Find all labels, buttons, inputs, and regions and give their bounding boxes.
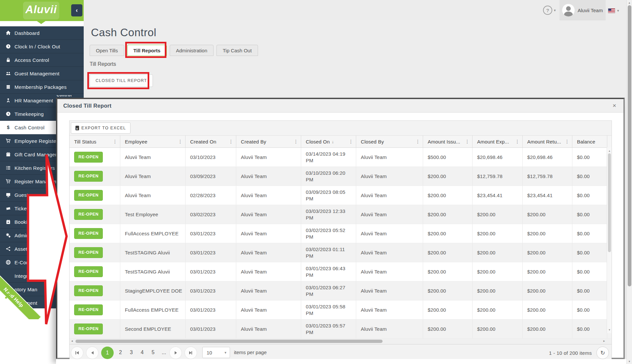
scroll-right-icon[interactable]: ▸ xyxy=(603,339,605,343)
re-open-button[interactable]: RE-OPEN xyxy=(74,171,103,182)
close-icon[interactable]: × xyxy=(613,102,616,109)
column-header-closed_on[interactable]: Closed On↓⋮ xyxy=(301,136,356,147)
column-menu-icon[interactable]: ⋮ xyxy=(465,139,470,144)
first-page-button[interactable] xyxy=(71,347,83,359)
table-row: RE-OPENFullAccess EMPLOYEE03/01/2023Aluv… xyxy=(70,300,612,320)
column-header-amount_returned[interactable]: Amount Retu...⋮ xyxy=(523,136,572,147)
refresh-button[interactable]: ↻ xyxy=(596,347,609,359)
re-open-button[interactable]: RE-OPEN xyxy=(74,266,103,277)
page-number-5[interactable]: 5 xyxy=(148,347,158,358)
re-open-button[interactable]: RE-OPEN xyxy=(74,209,103,220)
table-row: RE-OPENAluvii Team02/28/2023Aluvii Team0… xyxy=(70,186,612,205)
column-header-balance[interactable]: Balance xyxy=(572,136,607,147)
cell-amount_issued: $200.00 xyxy=(423,224,473,243)
sidebar-item-label: Timekeeping xyxy=(14,111,44,117)
language-selector[interactable]: ▾ xyxy=(608,9,619,13)
column-header-employee[interactable]: Employee⋮ xyxy=(120,136,186,147)
sort-desc-icon: ↓ xyxy=(332,139,334,144)
excel-file-icon: x xyxy=(75,126,79,130)
sidebar-item-membership-packages[interactable]: Membership Packages xyxy=(0,80,84,94)
horizontal-scrollbar[interactable]: ◂ ▸ xyxy=(70,339,612,344)
column-menu-icon[interactable]: ⋮ xyxy=(294,139,298,144)
cell-action: RE-OPEN xyxy=(70,300,120,319)
column-menu-icon[interactable]: ⋮ xyxy=(113,139,117,144)
page-size-select[interactable]: 10 ▾ xyxy=(202,347,230,358)
scroll-up-icon[interactable]: ▴ xyxy=(627,1,632,4)
page-number-3[interactable]: 3 xyxy=(126,347,137,358)
last-page-button[interactable] xyxy=(185,347,197,359)
re-open-button[interactable]: RE-OPEN xyxy=(74,247,103,258)
vertical-scrollbar[interactable]: ▴ ▾ xyxy=(607,147,612,333)
tab-till-reports[interactable]: Till Reports xyxy=(127,45,167,56)
table-row: RE-OPENStagingEMPLOYEE DOE03/01/2023Aluv… xyxy=(70,281,612,300)
column-header-created_on[interactable]: Created On⋮ xyxy=(186,136,236,147)
horizontal-scroll-thumb[interactable] xyxy=(75,340,383,343)
sidebar-item-guest-management[interactable]: Guest Management xyxy=(0,67,84,80)
modal-title-bar: Closed Till Report × xyxy=(57,99,623,113)
cell-employee: Aluvii Team xyxy=(120,148,186,167)
page-scroll-thumb[interactable] xyxy=(628,5,631,286)
person-icon xyxy=(4,98,12,103)
re-open-button[interactable]: RE-OPEN xyxy=(74,152,103,163)
table-row: RE-OPENFullAccess EMPLOYEE03/01/2023Aluv… xyxy=(70,224,612,243)
column-header-closed_by[interactable]: Closed By⋮ xyxy=(356,136,423,147)
column-label: Created By xyxy=(241,139,266,144)
cell-amount_expected: $200.00 xyxy=(473,205,523,224)
cell-created_on: 03/10/2023 xyxy=(186,148,236,167)
column-label: Amount Issu... xyxy=(428,139,460,144)
scroll-down-icon[interactable]: ▾ xyxy=(627,360,632,363)
page-scrollbar[interactable]: ▴ ▾ xyxy=(626,0,632,364)
items-per-page-label: items per page xyxy=(234,350,267,355)
sidebar-item-clock-in-clock-out[interactable]: Clock In / Clock Out xyxy=(0,40,84,53)
sidebar-item-access-control[interactable]: Access Control xyxy=(0,53,84,67)
column-header-amount_issued[interactable]: Amount Issu...⋮ xyxy=(423,136,473,147)
cell-amount_returned: $200.00 xyxy=(523,281,572,300)
help-menu[interactable]: ? ▾ xyxy=(543,6,556,15)
next-page-button[interactable] xyxy=(169,347,182,359)
re-open-button[interactable]: RE-OPEN xyxy=(74,228,103,239)
export-to-excel-button[interactable]: x EXPORT TO EXCEL xyxy=(71,122,130,134)
cell-amount_expected: $12,759.78 xyxy=(473,167,523,186)
re-open-button[interactable]: RE-OPEN xyxy=(74,324,103,334)
cell-action: RE-OPEN xyxy=(70,167,120,186)
column-menu-icon[interactable]: ⋮ xyxy=(349,139,353,144)
tab-open-tills[interactable]: Open Tills xyxy=(90,45,124,56)
cell-closed_by: Aluvii Team xyxy=(356,281,423,300)
vertical-scroll-thumb[interactable] xyxy=(608,153,611,252)
column-menu-icon[interactable]: ⋮ xyxy=(178,139,183,144)
user-menu[interactable]: Aluvii Team xyxy=(560,0,606,20)
page-number-1[interactable]: 1 xyxy=(101,347,114,359)
column-header-action[interactable]: Till Status⋮ xyxy=(70,136,120,147)
cell-closed_by: Aluvii Team xyxy=(356,224,423,243)
scroll-left-icon[interactable]: ◂ xyxy=(71,339,73,343)
column-menu-icon[interactable]: ⋮ xyxy=(515,139,520,144)
column-header-amount_expected[interactable]: Amount Exp...⋮ xyxy=(473,136,523,147)
scroll-up-icon[interactable]: ▴ xyxy=(607,149,612,152)
tab-administration[interactable]: Administration xyxy=(170,45,214,56)
cell-amount_expected: $20,698.46 xyxy=(473,148,523,167)
tab-tip-cash-out[interactable]: Tip Cash Out xyxy=(216,45,258,56)
column-label: Created On xyxy=(190,139,216,144)
page-numbers: 12345 xyxy=(101,347,158,359)
page-number-4[interactable]: 4 xyxy=(137,347,148,358)
previous-page-button[interactable] xyxy=(86,347,99,359)
column-menu-icon[interactable]: ⋮ xyxy=(416,139,420,144)
scroll-down-icon[interactable]: ▾ xyxy=(607,328,612,331)
column-menu-icon[interactable]: ⋮ xyxy=(229,139,233,144)
sidebar-collapse-button[interactable]: ‹ xyxy=(71,4,82,16)
cell-amount_returned: $23,454.41 xyxy=(523,186,572,205)
re-open-button[interactable]: RE-OPEN xyxy=(74,285,103,296)
cell-action: RE-OPEN xyxy=(70,224,120,243)
page-number-2[interactable]: 2 xyxy=(115,347,126,358)
sidebar-item-label: Ticket xyxy=(14,206,28,211)
cell-amount_issued: $200.00 xyxy=(423,243,473,262)
sidebar-item-label: Clock In / Clock Out xyxy=(14,44,60,49)
column-header-created_by[interactable]: Created By⋮ xyxy=(236,136,301,147)
cell-action: RE-OPEN xyxy=(70,320,120,338)
re-open-button[interactable]: RE-OPEN xyxy=(74,304,103,315)
re-open-button[interactable]: RE-OPEN xyxy=(74,190,103,201)
sidebar-item-dashboard[interactable]: Dashboard xyxy=(0,26,84,40)
closed-till-report-button[interactable]: CLOSED TILL REPORT xyxy=(90,74,153,87)
column-menu-icon[interactable]: ⋮ xyxy=(565,139,569,144)
help-icon: ? xyxy=(543,6,552,15)
